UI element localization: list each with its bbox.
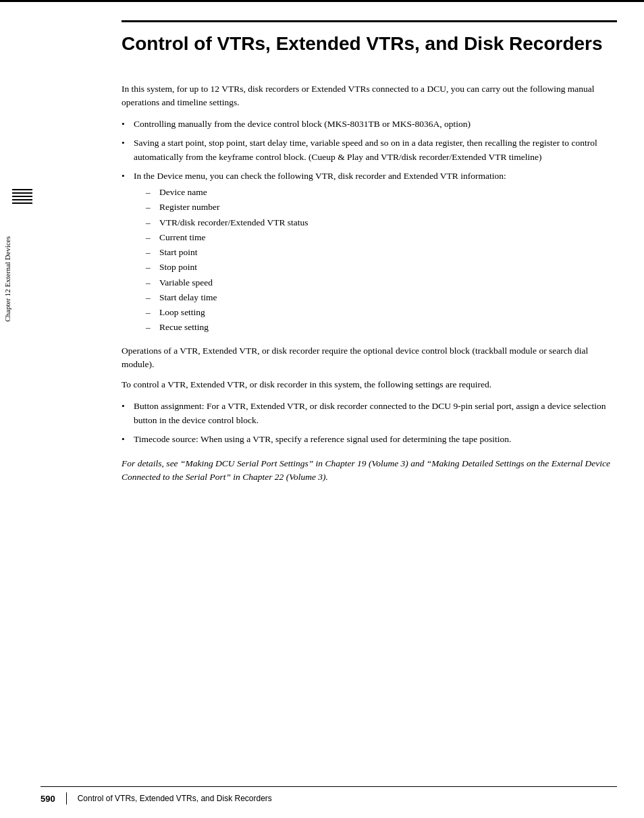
dash-item: Loop setting xyxy=(146,306,617,319)
dash-item: VTR/disk recorder/Extended VTR status xyxy=(146,216,617,229)
dash-item: Register number xyxy=(146,200,617,214)
dash-item: Start delay time xyxy=(146,291,617,304)
sidebar-lines xyxy=(12,189,32,206)
dash-item: Recue setting xyxy=(146,321,617,334)
footer-title: Control of VTRs, Extended VTRs, and Disk… xyxy=(78,794,272,803)
footer-divider xyxy=(66,792,67,805)
dash-item: Stop point xyxy=(146,261,617,274)
dash-item: Device name xyxy=(146,186,617,199)
top-border xyxy=(0,0,644,2)
list-item: In the Device menu, you can check the fo… xyxy=(122,169,617,335)
dash-item: Current time xyxy=(146,231,617,244)
page-number: 590 xyxy=(41,794,55,804)
intro-paragraph: In this system, for up to 12 VTRs, disk … xyxy=(122,82,617,110)
dash-item: Variable speed xyxy=(146,276,617,290)
list-item: Saving a start point, stop point, start … xyxy=(122,136,617,164)
page-title: Control of VTRs, Extended VTRs, and Disk… xyxy=(122,20,617,55)
list-item: Controlling manually from the device con… xyxy=(122,117,617,131)
operations-text: Operations of a VTR, Extended VTR, or di… xyxy=(122,344,617,392)
sidebar: Chapter 12 External Devices xyxy=(0,0,41,818)
footer: 590 Control of VTRs, Extended VTRs, and … xyxy=(41,786,617,805)
main-content: Control of VTRs, Extended VTRs, and Disk… xyxy=(122,20,617,493)
italic-note: For details, see “Making DCU Serial Port… xyxy=(122,457,617,485)
dash-item: Start point xyxy=(146,246,617,259)
sidebar-chapter-label: Chapter 12 External Devices xyxy=(3,236,11,322)
list-item: Timecode source: When using a VTR, speci… xyxy=(122,433,617,446)
main-bullet-list: Controlling manually from the device con… xyxy=(122,117,617,335)
dash-sublist: Device name Register number VTR/disk rec… xyxy=(146,186,617,335)
list-item: Button assignment: For a VTR, Extended V… xyxy=(122,400,617,427)
settings-bullet-list: Button assignment: For a VTR, Extended V… xyxy=(122,400,617,446)
